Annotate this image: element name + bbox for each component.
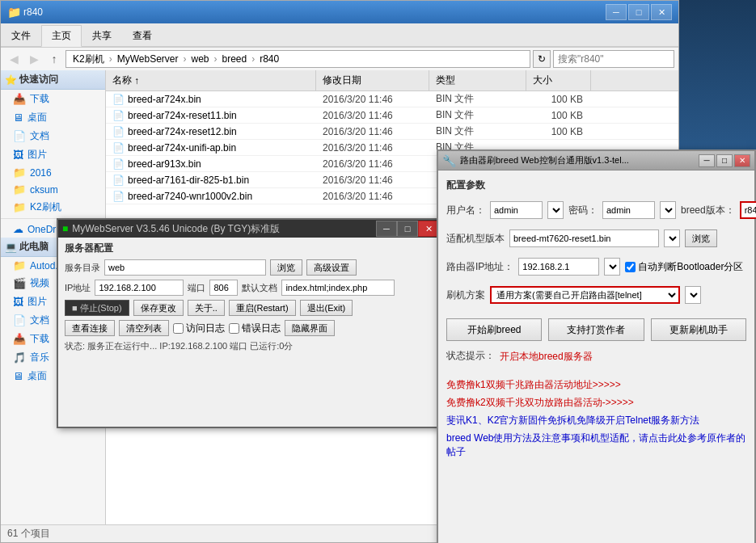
col-header-type[interactable]: 类型 xyxy=(429,70,526,90)
server-maximize-button[interactable]: □ xyxy=(397,221,418,237)
default-doc-input[interactable] xyxy=(281,280,395,296)
model-dropdown[interactable]: ▼ xyxy=(664,229,680,247)
pictures2-icon: 🖼 xyxy=(13,296,23,308)
browse-button[interactable]: 浏览 xyxy=(270,259,302,276)
breed-title-icon: 🔧 xyxy=(442,154,456,167)
sidebar-item-desktop[interactable]: 🖥 桌面 xyxy=(1,108,105,127)
back-button[interactable]: ◀ xyxy=(5,50,23,68)
sidebar-item-download[interactable]: 📥 下载 xyxy=(1,90,105,108)
table-row[interactable]: 📄breed-ar724x-reset11.bin 2016/3/20 11:4… xyxy=(106,107,678,124)
sidebar-item-documents[interactable]: 📄 文档 xyxy=(1,127,105,145)
server-content: 服务器配置 服务目录 浏览 高级设置 IP地址 端口 默认文档 ■ 停止(Sto… xyxy=(58,238,443,360)
password-dropdown[interactable]: ▼ xyxy=(660,201,676,219)
auto-detect-checkbox[interactable]: 自动判断Bootloader分区 xyxy=(625,260,743,274)
breed-link-1[interactable]: 免费撸k2双频千兆双功放路由器活动->>>>> xyxy=(446,396,746,410)
server-btn-row: ■ 停止(Stop) 保存更改 关于.. 重启(Restart) 退出(Exit… xyxy=(65,300,437,316)
model-label: 适配机型版本 xyxy=(446,232,505,246)
download2-icon: 📥 xyxy=(13,333,26,345)
breed-link-0[interactable]: 免费撸k1双频千兆路由器活动地址>>>>> xyxy=(446,378,746,392)
tab-file[interactable]: 文件 xyxy=(1,25,41,46)
server-status-text: 状态: 服务正在运行中... IP:192.168.2.100 端口 已运行:0… xyxy=(65,340,293,352)
bin-file-icon: 📄 xyxy=(112,175,125,186)
view-conn-button[interactable]: 查看连接 xyxy=(65,320,115,336)
hide-panel-button[interactable]: 隐藏界面 xyxy=(285,320,335,336)
breed-maximize-button[interactable]: □ xyxy=(716,154,733,167)
server-link-row: 查看连接 清空列表 访问日志 错误日志 隐藏界面 xyxy=(65,320,437,336)
bin-file-icon: 📄 xyxy=(112,110,125,121)
access-log-checkbox[interactable]: 访问日志 xyxy=(173,322,225,335)
search-input[interactable] xyxy=(558,53,669,65)
restart-button[interactable]: 重启(Restart) xyxy=(229,300,296,316)
path-webserver[interactable]: MyWebServer xyxy=(115,53,181,65)
breed-link-2[interactable]: 斐讯K1、K2官方新固件免拆机免降级开启Telnet服务新方法 xyxy=(446,414,746,427)
breed-link-3[interactable]: breed Web使用方法及注意事项和机型适配，请点击此处参考原作者的帖子 xyxy=(446,431,746,459)
col-header-name[interactable]: 名称 ↑ xyxy=(106,70,316,90)
breed-close-button[interactable]: ✕ xyxy=(734,154,750,167)
server-minimize-button[interactable]: ─ xyxy=(376,221,397,237)
auto-detect-check[interactable] xyxy=(625,262,636,272)
desktop2-icon: 🖥 xyxy=(13,370,23,382)
title-bar-text: r840 xyxy=(23,6,606,18)
close-button[interactable]: ✕ xyxy=(651,4,672,20)
access-log-check[interactable] xyxy=(173,323,184,334)
search-box[interactable] xyxy=(553,50,674,68)
model-browse-button[interactable]: 浏览 xyxy=(685,229,717,247)
exit-button[interactable]: 退出(Exit) xyxy=(300,300,353,316)
path-web[interactable]: web xyxy=(188,53,211,65)
support-author-button[interactable]: 支持打赏作者 xyxy=(548,318,644,341)
save-button[interactable]: 保存更改 xyxy=(133,300,184,316)
version-label: breed版本： xyxy=(681,204,735,217)
sidebar-item-pictures[interactable]: 🖼 图片 xyxy=(1,145,105,164)
ip-input[interactable] xyxy=(95,280,184,296)
flash-scheme-dropdown[interactable]: ▼ xyxy=(685,286,701,304)
password-label: 密码： xyxy=(568,204,598,217)
forward-button[interactable]: ▶ xyxy=(25,50,43,68)
about-button[interactable]: 关于.. xyxy=(188,300,225,316)
tab-share[interactable]: 共享 xyxy=(82,25,122,46)
username-dropdown[interactable]: ▼ xyxy=(547,201,564,219)
error-log-check[interactable] xyxy=(229,323,239,334)
col-header-date[interactable]: 修改日期 xyxy=(316,70,429,90)
bin-file-icon: 📄 xyxy=(112,158,125,170)
tab-view[interactable]: 查看 xyxy=(122,25,163,46)
version-input[interactable] xyxy=(740,201,756,219)
breed-minimize-button[interactable]: ─ xyxy=(699,154,715,167)
breed-status-label: 状态提示： xyxy=(446,349,495,363)
up-button[interactable]: ↑ xyxy=(45,50,63,68)
update-helper-button[interactable]: 更新刷机助手 xyxy=(651,318,746,341)
password-input[interactable] xyxy=(602,201,655,219)
col-header-size[interactable]: 大小 xyxy=(526,70,591,90)
service-dir-input[interactable] xyxy=(104,259,266,276)
breed-title-text: 路由器刷breed Web控制台通用版v1.3-tel... xyxy=(460,154,699,166)
start-breed-button[interactable]: 开始刷breed xyxy=(446,318,542,341)
breed-links: 免费撸k1双频千兆路由器活动地址>>>>> 免费撸k2双频千兆双功放路由器活动-… xyxy=(446,378,746,459)
adv-settings-button[interactable]: 高级设置 xyxy=(306,259,357,276)
clear-list-button[interactable]: 清空列表 xyxy=(119,320,169,336)
path-breed[interactable]: breed xyxy=(220,53,250,65)
router-ip-input[interactable] xyxy=(518,258,599,276)
sidebar-item-2016[interactable]: 📁 2016 xyxy=(1,164,105,181)
sidebar-item-k2[interactable]: 📁 K2刷机 xyxy=(1,198,105,217)
table-row[interactable]: 📄breed-ar724x-reset12.bin 2016/3/20 11:4… xyxy=(106,124,678,140)
username-input[interactable] xyxy=(490,201,543,219)
table-row[interactable]: 📄breed-ar724x.bin 2016/3/20 11:46 BIN 文件… xyxy=(106,91,678,107)
refresh-button[interactable]: ↻ xyxy=(533,50,551,68)
flash-scheme-select[interactable]: 通用方案(需要自己开启路由器[telnet] xyxy=(490,286,680,304)
address-path: K2刷机 › MyWebServer › web › breed › r840 xyxy=(65,50,530,68)
tab-home[interactable]: 主页 xyxy=(41,25,82,47)
error-log-checkbox[interactable]: 错误日志 xyxy=(229,322,281,335)
port-input[interactable] xyxy=(209,280,238,296)
path-r840[interactable]: r840 xyxy=(257,53,281,65)
maximize-button[interactable]: □ xyxy=(628,4,649,20)
path-k2[interactable]: K2刷机 xyxy=(70,52,107,67)
minimize-button[interactable]: ─ xyxy=(606,4,627,20)
server-dir-row: 服务目录 浏览 高级设置 xyxy=(65,259,437,276)
router-ip-dropdown[interactable]: ▼ xyxy=(604,258,620,276)
folder-cksum-icon: 📁 xyxy=(13,183,26,196)
stop-button[interactable]: ■ 停止(Stop) xyxy=(65,300,129,316)
port-label: 端口 xyxy=(188,282,205,294)
sidebar-item-cksum[interactable]: 📁 cksum xyxy=(1,181,105,198)
model-input[interactable] xyxy=(509,229,659,247)
server-ip-row: IP地址 端口 默认文档 xyxy=(65,280,437,296)
onedrive-icon: ☁ xyxy=(13,223,23,235)
